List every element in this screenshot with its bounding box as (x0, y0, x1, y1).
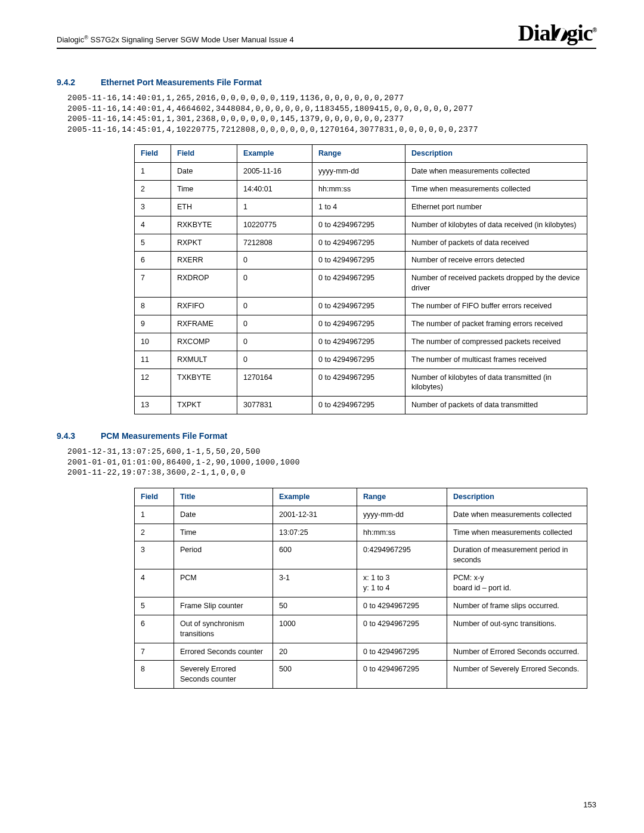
cell: 1 to 4 (312, 198, 405, 216)
cell: 0 (237, 315, 312, 333)
table-row: 8Severely Errored Seconds counter5000 to… (135, 661, 587, 689)
cell: Time when measurements collected (447, 524, 587, 541)
cell: 9 (135, 315, 171, 333)
cell: Number of receive errors detected (405, 252, 587, 270)
table-942: Field Field Example Range Description 1D… (134, 144, 587, 414)
table-row: 12TXKBYTE12701640 to 4294967295Number of… (135, 368, 587, 397)
cell: Number of kilobytes of data received (in… (405, 216, 587, 234)
cell: Time (174, 524, 273, 541)
cell: RXFRAME (171, 315, 237, 333)
cell: 3 (135, 198, 171, 216)
cell: 0 to 4294967295 (357, 643, 447, 661)
cell: Severely Errored Seconds counter (174, 661, 273, 689)
table-row: 1Date2001-12-31yyyy-mm-ddDate when measu… (135, 506, 587, 524)
cell: PCM: x-y board id – port id. (447, 569, 587, 597)
cell: 0 to 4294967295 (312, 315, 405, 333)
cell: TXPKT (171, 397, 237, 414)
th: Title (174, 488, 273, 506)
th: Description (405, 145, 587, 163)
table-row: 10RXCOMP00 to 4294967295The number of co… (135, 333, 587, 351)
cell: 6 (135, 252, 171, 270)
table-row: 4RXKBYTE102207750 to 4294967295Number of… (135, 216, 587, 234)
cell: 0 to 4294967295 (357, 597, 447, 615)
section-title-943: PCM Measurements File Format (101, 431, 227, 441)
table-row: 6RXERR00 to 4294967295Number of receive … (135, 252, 587, 270)
cell: 3 (135, 541, 174, 569)
cell: Time (171, 180, 237, 198)
cell: 4 (135, 216, 171, 234)
cell: 0 to 4294967295 (312, 270, 405, 298)
cell: 2 (135, 180, 171, 198)
header-title-pre: Dialogic (57, 35, 84, 44)
cell: Ethernet port number (405, 198, 587, 216)
cell: The number of compressed packets receive… (405, 333, 587, 351)
cell: 13:07:25 (273, 524, 357, 541)
page-header: Dialogic® SS7G2x Signaling Server SGW Mo… (57, 24, 596, 49)
table-row: 7Errored Seconds counter200 to 429496729… (135, 643, 587, 661)
th: Description (447, 488, 587, 506)
cell: 1 (135, 506, 174, 524)
table-row: 5Frame Slip counter500 to 4294967295Numb… (135, 597, 587, 615)
header-title-post: SS7G2x Signaling Server SGW Mode User Ma… (88, 35, 294, 44)
cell: 0:4294967295 (357, 541, 447, 569)
cell: 7 (135, 270, 171, 298)
cell: 4 (135, 569, 174, 597)
table-row: 7RXDROP00 to 4294967295Number of receive… (135, 270, 587, 298)
cell: RXDROP (171, 270, 237, 298)
cell: 7 (135, 643, 174, 661)
table-row: 3Period6000:4294967295Duration of measur… (135, 541, 587, 569)
cell: hh:mm:ss (357, 524, 447, 541)
table-row: 2Time13:07:25hh:mm:ssTime when measureme… (135, 524, 587, 541)
table-row: 3ETH11 to 4Ethernet port number (135, 198, 587, 216)
table-943: Field Title Example Range Description 1D… (134, 488, 587, 689)
cell: Time when measurements collected (405, 180, 587, 198)
cell: Number of frame slips occurred. (447, 597, 587, 615)
cell: 0 to 4294967295 (312, 234, 405, 252)
cell: Date (171, 163, 237, 181)
cell: 0 (237, 252, 312, 270)
cell: 0 to 4294967295 (312, 397, 405, 414)
cell: Number of Severely Errored Seconds. (447, 661, 587, 689)
th: Range (312, 145, 405, 163)
cell: 1 (135, 163, 171, 181)
cell: 12 (135, 368, 171, 397)
cell: RXCOMP (171, 333, 237, 351)
cell: 600 (273, 541, 357, 569)
th: Range (357, 488, 447, 506)
cell: 0 (237, 351, 312, 368)
cell: 10220775 (237, 216, 312, 234)
cell: Out of synchronism transitions (174, 615, 273, 643)
cell: 7212808 (237, 234, 312, 252)
cell: yyyy-mm-dd (312, 163, 405, 181)
table-row: 8RXFIFO00 to 4294967295The number of FIF… (135, 298, 587, 315)
cell: RXPKT (171, 234, 237, 252)
cell: RXFIFO (171, 298, 237, 315)
cell: 0 to 4294967295 (357, 661, 447, 689)
cell: TXKBYTE (171, 368, 237, 397)
cell: PCM (174, 569, 273, 597)
cell: The number of FIFO buffer errors receive… (405, 298, 587, 315)
cell: 3077831 (237, 397, 312, 414)
cell: Number of received packets dropped by th… (405, 270, 587, 298)
cell: hh:mm:ss (312, 180, 405, 198)
cell: 14:40:01 (237, 180, 312, 198)
table-row: 9RXFRAME00 to 4294967295The number of pa… (135, 315, 587, 333)
section-title-942: Ethernet Port Measurements File Format (101, 78, 262, 87)
cell: 2 (135, 524, 174, 541)
cell: The number of multicast frames received (405, 351, 587, 368)
code-block-942: 2005-11-16,14:40:01,1,265,2016,0,0,0,0,0… (67, 93, 596, 135)
page-number: 153 (583, 800, 596, 809)
cell: Date (174, 506, 273, 524)
table-row: 13TXPKT30778310 to 4294967295Number of p… (135, 397, 587, 414)
cell: 8 (135, 661, 174, 689)
cell: Number of packets of data received (405, 234, 587, 252)
cell: 8 (135, 298, 171, 315)
table-row: 6Out of synchronism transitions10000 to … (135, 615, 587, 643)
cell: 50 (273, 597, 357, 615)
cell: 2005-11-16 (237, 163, 312, 181)
cell: 0 (237, 333, 312, 351)
cell: 5 (135, 597, 174, 615)
cell: The number of packet framing errors rece… (405, 315, 587, 333)
table-row: 1Date2005-11-16yyyy-mm-ddDate when measu… (135, 163, 587, 181)
cell: 10 (135, 333, 171, 351)
